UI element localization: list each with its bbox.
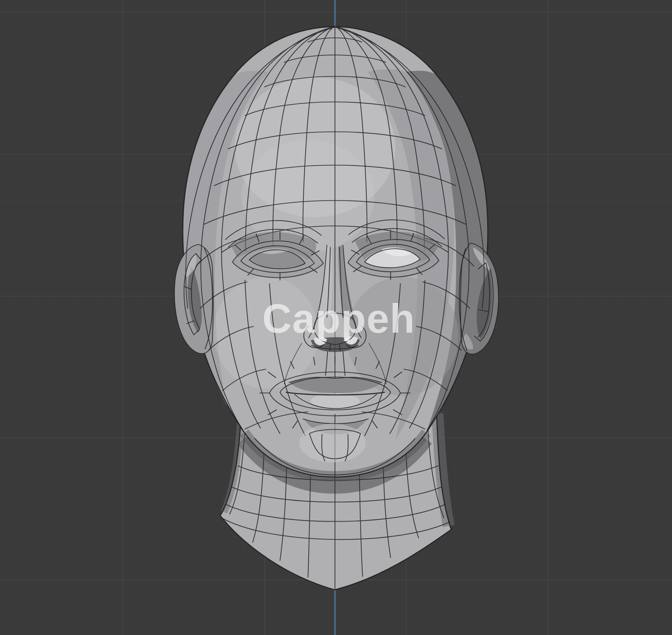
viewport-canvas[interactable]: Cappeh — [0, 0, 672, 635]
chin — [299, 424, 366, 462]
watermark-text: Cappeh — [262, 296, 415, 341]
